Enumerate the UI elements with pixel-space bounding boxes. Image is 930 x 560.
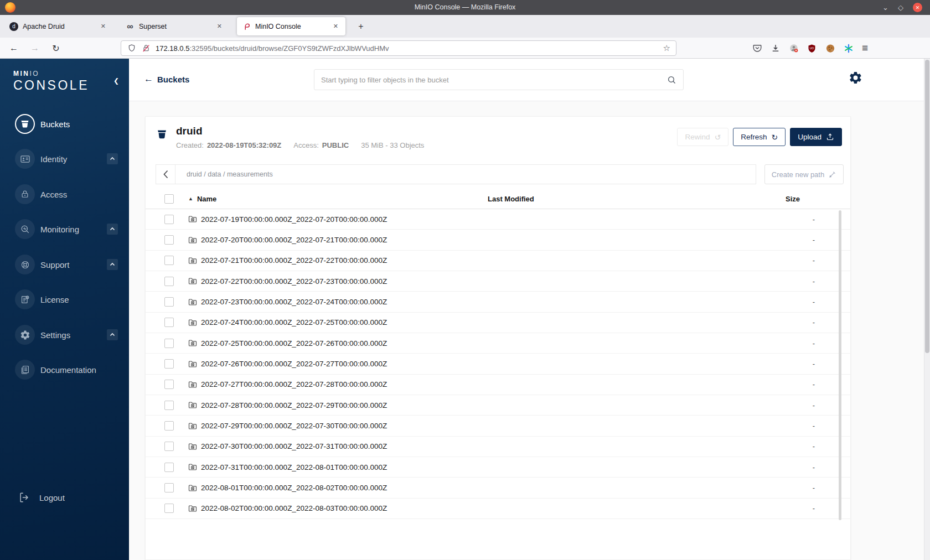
back-to-buckets-link[interactable]: ← Buckets [144, 74, 189, 85]
row-checkbox[interactable] [164, 318, 174, 327]
object-name[interactable]: 2022-07-19T00:00:00.000Z_2022-07-20T00:0… [201, 215, 387, 224]
nav-back-button[interactable]: ← [7, 42, 21, 55]
rewind-button[interactable]: Rewind ↺ [677, 128, 728, 146]
shield-icon[interactable] [127, 43, 137, 53]
window-close-icon[interactable]: ✕ [913, 3, 922, 12]
chevron-up-icon[interactable] [107, 153, 118, 164]
sidebar-item-support[interactable]: Support [0, 252, 129, 277]
object-name[interactable]: 2022-07-20T00:00:00.000Z_2022-07-21T00:0… [201, 236, 387, 244]
asterisk-extension-icon[interactable] [844, 43, 854, 53]
object-name[interactable]: 2022-07-22T00:00:00.000Z_2022-07-23T00:0… [201, 277, 387, 286]
object-name[interactable]: 2022-07-25T00:00:00.000Z_2022-07-26T00:0… [201, 339, 387, 348]
sidebar-collapse-icon[interactable]: ❮ [113, 77, 119, 85]
window-maximize-icon[interactable]: ◇ [898, 4, 903, 11]
upload-button[interactable]: Upload [790, 128, 842, 146]
column-header-name[interactable]: ▲ Name [188, 195, 216, 203]
object-name[interactable]: 2022-08-02T00:00:00.000Z_2022-08-03T00:0… [201, 504, 387, 512]
table-row[interactable]: 2022-07-22T00:00:00.000Z_2022-07-23T00:0… [146, 271, 850, 292]
object-name[interactable]: 2022-07-24T00:00:00.000Z_2022-07-25T00:0… [201, 318, 387, 326]
table-row[interactable]: 2022-07-26T00:00:00.000Z_2022-07-27T00:0… [146, 354, 850, 374]
table-row[interactable]: 2022-07-24T00:00:00.000Z_2022-07-25T00:0… [146, 313, 850, 333]
chevron-up-icon[interactable] [107, 224, 118, 235]
object-name[interactable]: 2022-07-23T00:00:00.000Z_2022-07-24T00:0… [201, 298, 387, 306]
refresh-button[interactable]: Refresh ↻ [733, 128, 786, 146]
table-row[interactable]: 2022-07-25T00:00:00.000Z_2022-07-26T00:0… [146, 333, 850, 354]
row-checkbox[interactable] [164, 235, 174, 245]
url-text[interactable]: 172.18.0.5:32595/buckets/druid/browse/ZG… [156, 44, 659, 53]
tab-apache-druid[interactable]: d Apache Druid ✕ [4, 17, 113, 35]
sidebar-item-logout[interactable]: Logout [0, 485, 129, 510]
new-tab-button[interactable]: + [354, 20, 368, 33]
page-scrollbar-thumb[interactable] [925, 60, 929, 353]
table-row[interactable]: 2022-07-23T00:00:00.000Z_2022-07-24T00:0… [146, 292, 850, 312]
access-value[interactable]: PUBLIC [322, 141, 349, 149]
object-name[interactable]: 2022-07-30T00:00:00.000Z_2022-07-31T00:0… [201, 442, 387, 450]
object-name[interactable]: 2022-07-26T00:00:00.000Z_2022-07-27T00:0… [201, 360, 387, 368]
row-checkbox[interactable] [164, 504, 174, 513]
row-checkbox[interactable] [164, 339, 174, 348]
table-scrollbar[interactable] [839, 210, 841, 520]
table-row[interactable]: 2022-08-01T00:00:00.000Z_2022-08-02T00:0… [146, 478, 850, 498]
download-icon[interactable] [771, 43, 781, 53]
sidebar-item-identity[interactable]: Identity [0, 147, 129, 171]
table-row[interactable]: 2022-07-29T00:00:00.000Z_2022-07-30T00:0… [146, 416, 850, 436]
search-input[interactable] [321, 76, 667, 84]
table-row[interactable]: 2022-08-02T00:00:00.000Z_2022-08-03T00:0… [146, 499, 850, 519]
tab-minio-console[interactable]: MinIO Console ✕ [237, 17, 345, 35]
sidebar-item-settings[interactable]: Settings [0, 323, 129, 347]
tab-close-icon[interactable]: ✕ [331, 22, 340, 31]
row-checkbox[interactable] [164, 401, 174, 410]
row-checkbox[interactable] [164, 483, 174, 492]
chevron-up-icon[interactable] [107, 259, 118, 270]
nav-forward-button[interactable]: → [28, 42, 42, 55]
ublock-icon[interactable]: UO [807, 43, 817, 53]
row-checkbox[interactable] [164, 359, 174, 369]
url-bar[interactable]: 172.18.0.5:32595/buckets/druid/browse/ZG… [121, 40, 676, 56]
breadcrumb-back-icon[interactable] [156, 165, 175, 184]
table-row[interactable]: 2022-07-20T00:00:00.000Z_2022-07-21T00:0… [146, 230, 850, 250]
extension-avatar-icon[interactable] [789, 43, 799, 53]
object-name[interactable]: 2022-07-29T00:00:00.000Z_2022-07-30T00:0… [201, 422, 387, 430]
row-checkbox[interactable] [164, 421, 174, 431]
row-checkbox[interactable] [164, 256, 174, 265]
row-checkbox[interactable] [164, 215, 174, 224]
window-minimize-icon[interactable]: ⌄ [882, 4, 888, 11]
row-checkbox[interactable] [164, 297, 174, 307]
nav-reload-button[interactable]: ↻ [49, 42, 63, 55]
sidebar-item-access[interactable]: Access [0, 182, 129, 206]
object-name[interactable]: 2022-07-28T00:00:00.000Z_2022-07-29T00:0… [201, 401, 387, 409]
pocket-icon[interactable] [752, 43, 762, 53]
object-name[interactable]: 2022-07-27T00:00:00.000Z_2022-07-28T00:0… [201, 380, 387, 388]
chevron-up-icon[interactable] [107, 329, 118, 340]
bookmark-star-icon[interactable]: ☆ [663, 43, 670, 53]
settings-gear-icon[interactable] [849, 71, 862, 85]
tab-superset[interactable]: ∞ Superset ✕ [121, 17, 229, 35]
select-all-checkbox[interactable] [164, 194, 174, 204]
sidebar-item-license[interactable]: License [0, 287, 129, 312]
breadcrumb[interactable]: druid / data / measurements [187, 170, 273, 178]
row-checkbox[interactable] [164, 380, 174, 389]
table-row[interactable]: 2022-07-19T00:00:00.000Z_2022-07-20T00:0… [146, 209, 850, 230]
column-header-size[interactable]: Size [786, 195, 800, 203]
table-row[interactable]: 2022-07-31T00:00:00.000Z_2022-08-01T00:0… [146, 457, 850, 478]
cookie-icon[interactable] [825, 43, 835, 53]
tab-close-icon[interactable]: ✕ [99, 22, 108, 31]
table-row[interactable]: 2022-07-30T00:00:00.000Z_2022-07-31T00:0… [146, 437, 850, 457]
object-name[interactable]: 2022-08-01T00:00:00.000Z_2022-08-02T00:0… [201, 484, 387, 492]
object-name[interactable]: 2022-07-31T00:00:00.000Z_2022-08-01T00:0… [201, 463, 387, 471]
tab-close-icon[interactable]: ✕ [215, 22, 224, 31]
create-new-path-button[interactable]: Create new path [764, 164, 844, 184]
insecure-lock-icon[interactable] [141, 43, 151, 53]
table-row[interactable]: 2022-07-27T00:00:00.000Z_2022-07-28T00:0… [146, 375, 850, 395]
table-row[interactable]: 2022-07-28T00:00:00.000Z_2022-07-29T00:0… [146, 395, 850, 416]
table-row[interactable]: 2022-07-21T00:00:00.000Z_2022-07-22T00:0… [146, 251, 850, 271]
row-checkbox[interactable] [164, 442, 174, 451]
sidebar-item-documentation[interactable]: Documentation [0, 357, 129, 382]
row-checkbox[interactable] [164, 463, 174, 472]
menu-hamburger-icon[interactable]: ≡ [862, 42, 868, 54]
sidebar-item-buckets[interactable]: Buckets [0, 112, 129, 136]
sidebar-item-monitoring[interactable]: Monitoring [0, 217, 129, 241]
row-checkbox[interactable] [164, 277, 174, 286]
object-filter-search[interactable] [314, 69, 684, 90]
page-scrollbar-track[interactable] [924, 59, 930, 560]
